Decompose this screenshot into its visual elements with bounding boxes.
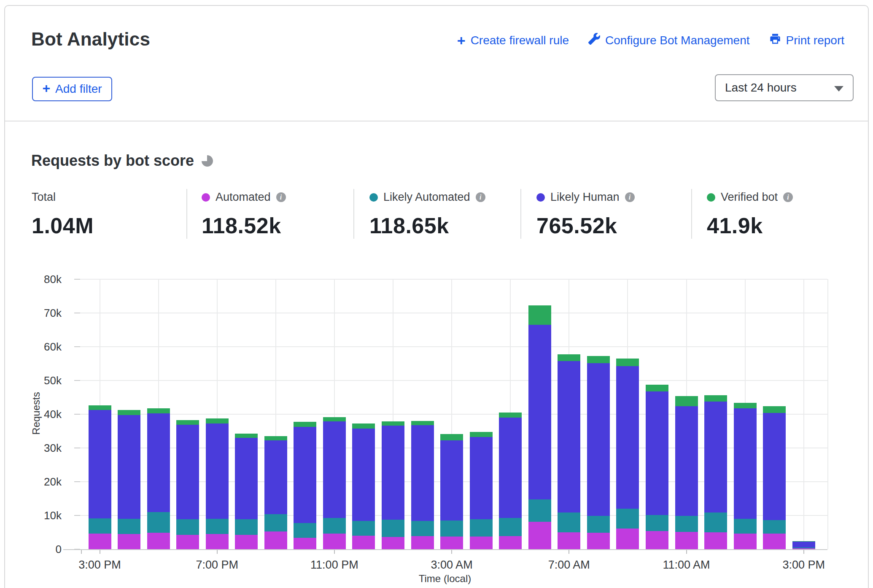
stat-divider [691, 189, 692, 239]
create-firewall-rule-label: Create firewall rule [471, 34, 569, 47]
stat-divider [520, 189, 521, 239]
automated-legend-dot [202, 193, 210, 202]
stat-likely-human-label: Likely Human [550, 191, 620, 204]
verified-bot-legend-dot [707, 193, 715, 202]
add-filter-button[interactable]: + Add filter [32, 77, 112, 101]
stat-likely-human: Likely Human i 765.52k [536, 191, 635, 238]
time-range-select[interactable]: Last 24 hours [715, 74, 854, 101]
pie-chart-icon [202, 155, 213, 167]
likely-automated-legend-dot [369, 193, 378, 202]
stat-likely-automated: Likely Automated i 118.65k [369, 191, 485, 238]
section-title-text: Requests by bot score [31, 152, 194, 170]
print-report-link[interactable]: Print report [769, 33, 845, 48]
header-divider [5, 121, 868, 121]
stat-total: Total 1.04M [32, 191, 94, 238]
print-report-label: Print report [786, 34, 845, 47]
time-range-value: Last 24 hours [725, 81, 797, 94]
info-icon[interactable]: i [276, 192, 286, 202]
configure-bot-management-label: Configure Bot Management [605, 34, 749, 47]
info-icon[interactable]: i [625, 192, 635, 202]
info-icon[interactable]: i [476, 192, 485, 202]
stat-automated-label: Automated [216, 191, 271, 204]
chevron-down-icon [834, 86, 843, 92]
stat-verified-bot-label: Verified bot [721, 191, 778, 204]
section-title: Requests by bot score [31, 152, 213, 170]
stat-likely-automated-label: Likely Automated [383, 191, 470, 204]
stat-automated: Automated i 118.52k [202, 191, 286, 238]
stat-verified-bot: Verified bot i 41.9k [707, 191, 793, 238]
info-icon[interactable]: i [783, 192, 793, 202]
printer-icon [769, 33, 781, 48]
stat-divider [186, 189, 187, 239]
stat-automated-value: 118.52k [202, 213, 286, 238]
stat-likely-automated-value: 118.65k [369, 213, 485, 238]
plus-icon: + [42, 81, 50, 96]
header-actions: + Create firewall rule Configure Bot Man… [457, 33, 844, 48]
wrench-icon [588, 33, 600, 48]
stat-verified-bot-value: 41.9k [707, 213, 793, 238]
stat-divider [353, 189, 354, 239]
likely-human-legend-dot [536, 193, 545, 202]
stat-total-value: 1.04M [32, 213, 94, 238]
create-firewall-rule-link[interactable]: + Create firewall rule [457, 34, 569, 47]
page-title: Bot Analytics [31, 29, 150, 50]
stat-total-label: Total [32, 191, 56, 204]
add-filter-label: Add filter [55, 82, 102, 96]
plus-icon: + [457, 35, 466, 46]
configure-bot-management-link[interactable]: Configure Bot Management [588, 33, 749, 48]
stat-likely-human-value: 765.52k [536, 213, 635, 238]
